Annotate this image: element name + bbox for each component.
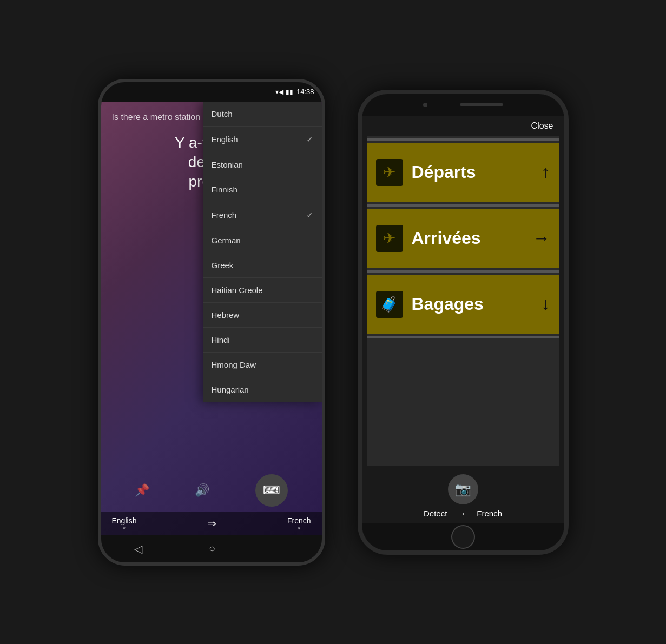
home-button[interactable]: ○ xyxy=(209,542,215,555)
iphone-home-button[interactable] xyxy=(451,525,475,549)
pin-button[interactable]: 📌 xyxy=(135,483,149,497)
iphone: Close ✈ Départs ↑ ✈ Arrivées → 🧳 Bagages xyxy=(358,90,569,555)
sign-separator-2 xyxy=(367,270,559,273)
dropdown-item-german[interactable]: German xyxy=(203,228,322,253)
android-time: 14:38 xyxy=(296,88,314,96)
dropdown-label-french: French xyxy=(212,210,237,220)
volume-button[interactable]: 🔊 xyxy=(195,483,209,497)
arrivals-sign[interactable]: ✈ Arrivées → xyxy=(367,209,559,268)
iphone-lang-row: Detect → French xyxy=(424,509,502,518)
sign-separator-bottom xyxy=(367,336,559,338)
dropdown-label-greek: Greek xyxy=(212,261,234,270)
dropdown-label-hungarian: Hungarian xyxy=(212,385,249,394)
target-caret: ▼ xyxy=(297,526,301,531)
dropdown-item-french[interactable]: French ✓ xyxy=(203,202,322,228)
baggage-sign[interactable]: 🧳 Bagages ↓ xyxy=(367,275,559,334)
dropdown-item-dutch[interactable]: Dutch xyxy=(203,102,322,127)
keyboard-button[interactable]: ⌨ xyxy=(255,474,288,507)
dropdown-item-hmong-daw[interactable]: Hmong Daw xyxy=(203,353,322,377)
target-language-label: French xyxy=(287,516,311,525)
departures-sign[interactable]: ✈ Départs ↑ xyxy=(367,143,559,202)
camera-button[interactable]: 📷 xyxy=(448,474,478,504)
signal-icon: ▾◀ xyxy=(275,88,283,96)
source-language-selector[interactable]: English ▼ xyxy=(112,516,137,531)
iphone-front-camera xyxy=(423,103,427,107)
iphone-home-area xyxy=(362,523,564,550)
arrivals-plane-icon: ✈ xyxy=(376,225,403,252)
dropdown-item-estonian[interactable]: Estonian xyxy=(203,152,322,177)
dropdown-label-estonian: Estonian xyxy=(212,160,243,169)
iphone-speaker xyxy=(460,103,503,106)
target-language-selector[interactable]: French ▼ xyxy=(287,516,311,531)
android-screen: Is there a metro station Y a-t-il unede … xyxy=(101,102,322,535)
dropdown-label-dutch: Dutch xyxy=(212,109,233,118)
arrivals-label: Arrivées xyxy=(412,228,524,248)
iphone-bottom-controls: 📷 Detect → French xyxy=(362,466,564,523)
iphone-target-language[interactable]: French xyxy=(477,509,502,518)
android-bottom-controls: 📌 🔊 ⌨ xyxy=(101,469,322,512)
iphone-notch xyxy=(362,94,564,116)
iphone-screen: Close ✈ Départs ↑ ✈ Arrivées → 🧳 Bagages xyxy=(362,116,564,523)
source-language-label: English xyxy=(112,516,137,525)
android-status-icons: ▾◀ ▮▮ xyxy=(275,88,293,96)
back-button[interactable]: ◁ xyxy=(134,542,142,555)
android-phone: ▾◀ ▮▮ 14:38 Is there a metro station Y a… xyxy=(98,79,325,566)
dropdown-label-english: English xyxy=(212,135,238,144)
baggage-arrow-icon: ↓ xyxy=(542,294,550,314)
android-lang-bar: English ▼ ⇒ French ▼ xyxy=(101,512,322,535)
dropdown-label-finnish: Finnish xyxy=(212,185,238,194)
dropdown-item-greek[interactable]: Greek xyxy=(203,253,322,278)
dropdown-item-english[interactable]: English ✓ xyxy=(203,127,322,152)
keyboard-icon: ⌨ xyxy=(263,483,280,497)
swap-button[interactable]: ⇒ xyxy=(207,517,216,530)
android-nav-bar: ◁ ○ □ xyxy=(101,535,322,562)
sign-separator-1 xyxy=(367,204,559,207)
baggage-label: Bagages xyxy=(412,294,533,314)
dropdown-label-hindi: Hindi xyxy=(212,335,230,344)
battery-icon: ▮▮ xyxy=(286,88,293,96)
iphone-source-language[interactable]: Detect xyxy=(424,509,447,518)
android-status-bar: ▾◀ ▮▮ 14:38 xyxy=(101,82,322,102)
airport-signs: ✈ Départs ↑ ✈ Arrivées → 🧳 Bagages ↓ xyxy=(367,136,559,466)
recent-button[interactable]: □ xyxy=(282,542,288,555)
baggage-icon: 🧳 xyxy=(376,291,403,318)
departures-plane-icon: ✈ xyxy=(376,159,403,186)
source-caret: ▼ xyxy=(122,526,127,531)
camera-icon: 📷 xyxy=(455,482,471,497)
departures-label: Départs xyxy=(412,162,533,182)
dropdown-item-hebrew[interactable]: Hebrew xyxy=(203,303,322,328)
dropdown-item-hungarian[interactable]: Hungarian xyxy=(203,377,322,402)
iphone-lang-arrow: → xyxy=(458,509,466,518)
dropdown-label-german: German xyxy=(212,236,241,245)
dropdown-item-haitian-creole[interactable]: Haitian Creole xyxy=(203,278,322,303)
check-english: ✓ xyxy=(306,134,313,144)
language-dropdown: Dutch English ✓ Estonian Finnish French … xyxy=(203,102,322,402)
dropdown-item-hindi[interactable]: Hindi xyxy=(203,328,322,353)
departures-arrow-icon: ↑ xyxy=(542,162,550,182)
dropdown-label-hebrew: Hebrew xyxy=(212,310,240,320)
arrivals-arrow-icon: → xyxy=(533,228,550,248)
dropdown-label-hmong-daw: Hmong Daw xyxy=(212,360,256,369)
close-button[interactable]: Close xyxy=(531,121,553,131)
check-french: ✓ xyxy=(306,210,313,220)
sign-separator-top xyxy=(367,138,559,141)
dropdown-item-finnish[interactable]: Finnish xyxy=(203,177,322,202)
dropdown-label-haitian-creole: Haitian Creole xyxy=(212,286,263,295)
iphone-header: Close xyxy=(362,116,564,136)
